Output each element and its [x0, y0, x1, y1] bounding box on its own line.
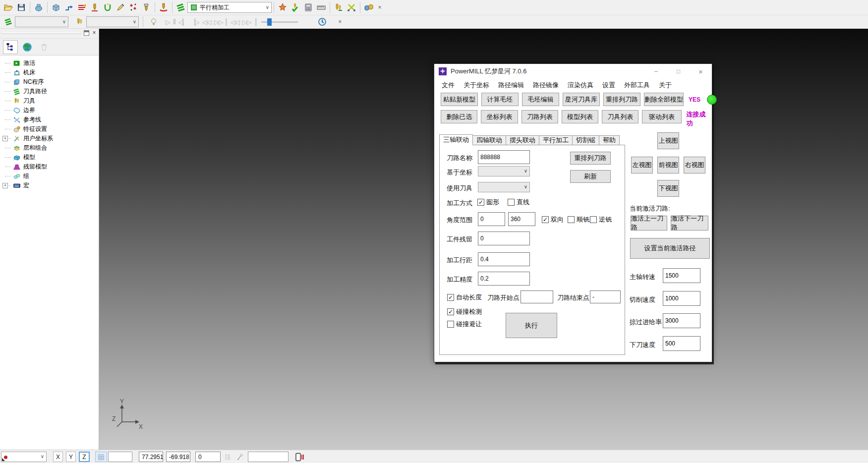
activate-next-button[interactable]: 激活下一刀路: [671, 216, 708, 231]
toolpath-name-input[interactable]: [478, 150, 530, 164]
tree-item-patterns[interactable]: 参考线: [0, 115, 99, 124]
view-front-button[interactable]: 前视图: [657, 157, 679, 174]
go-to-end-button[interactable]: [241, 16, 257, 28]
view-top-button[interactable]: 上视图: [657, 132, 679, 149]
tool-combo[interactable]: [478, 182, 530, 192]
block-edit-button[interactable]: 毛坯编辑: [522, 93, 559, 106]
collision-check-button[interactable]: [127, 1, 140, 13]
minimize-button[interactable]: [645, 64, 667, 79]
collision-check-checkbox[interactable]: 碰撞检测: [447, 307, 482, 316]
spindle-speed-input[interactable]: [663, 268, 700, 283]
tolerance-input[interactable]: [478, 272, 530, 286]
tab-help[interactable]: 帮助: [599, 135, 620, 145]
compute-block-button[interactable]: 计算毛坯: [481, 93, 519, 106]
slider-handle[interactable]: [267, 18, 272, 26]
rapid-heights-button[interactable]: [75, 1, 88, 13]
tree-item-machine[interactable]: 机床: [0, 68, 99, 77]
angle-end-input[interactable]: [508, 212, 535, 226]
menu-external-tools[interactable]: 外部工具: [620, 81, 654, 90]
menu-settings[interactable]: 设置: [598, 81, 620, 90]
menu-about-coords[interactable]: 关于坐标: [459, 81, 494, 90]
auto-length-checkbox[interactable]: 自动长度: [447, 293, 482, 302]
tab-3axis[interactable]: 三轴联动: [439, 134, 473, 145]
expand-icon[interactable]: [2, 183, 8, 188]
rewind-button[interactable]: [201, 16, 213, 28]
pause-button[interactable]: [172, 16, 177, 28]
axis-x-button[interactable]: X: [53, 452, 63, 462]
tree-item-groups[interactable]: 组: [0, 172, 99, 181]
axis-z-button[interactable]: Z: [79, 452, 90, 462]
tree-item-feature-sets[interactable]: 特征设置: [0, 124, 99, 134]
grip-handle[interactable]: [1, 32, 81, 34]
coord-list-button[interactable]: 坐标列表: [481, 110, 518, 123]
start-point-button[interactable]: [88, 1, 101, 13]
explorer-grip[interactable]: [0, 29, 99, 39]
set-active-path-button[interactable]: 设置当前激活路径: [630, 238, 710, 259]
probe-icon[interactable]: [235, 452, 245, 462]
expand-icon[interactable]: [2, 136, 8, 141]
ruler-button[interactable]: [315, 1, 328, 13]
tool-list-button[interactable]: 刀具列表: [602, 110, 638, 123]
device-connect-icon[interactable]: [293, 452, 305, 462]
panel-close-icon[interactable]: [91, 30, 97, 36]
sim-toolbar-close-button[interactable]: [336, 17, 345, 26]
reorder-toolpaths-button[interactable]: 重排列刀路: [603, 93, 640, 106]
tab-parallel[interactable]: 平行加工: [539, 135, 573, 145]
clock-button[interactable]: [316, 16, 329, 28]
axis-y-button[interactable]: Y: [66, 452, 76, 462]
menu-about[interactable]: 关于: [654, 81, 676, 90]
tree-item-activate[interactable]: 激活: [0, 58, 99, 68]
step-back-button[interactable]: [177, 16, 189, 28]
bidirectional-checkbox[interactable]: 双向: [542, 215, 564, 224]
tab-4axis[interactable]: 四轴联动: [473, 135, 506, 145]
model-list-button[interactable]: 模型列表: [562, 110, 598, 123]
feedrate-button[interactable]: [62, 1, 75, 13]
position-input[interactable]: [248, 452, 289, 462]
compute-button[interactable]: [276, 1, 289, 13]
refresh-button[interactable]: 刷新: [570, 170, 611, 183]
speed-slider[interactable]: [261, 21, 298, 23]
checkbox-icon[interactable]: [447, 308, 454, 315]
checkbox-icon[interactable]: [568, 216, 575, 223]
checkbox-icon[interactable]: [447, 321, 454, 328]
toolpath-list-button[interactable]: 刀路列表: [521, 110, 558, 123]
tree-item-macros[interactable]: 宏: [0, 181, 99, 190]
conventional-checkbox[interactable]: 逆铣: [590, 215, 612, 224]
block-pair-button[interactable]: [362, 1, 375, 13]
tree-item-toolpaths[interactable]: 刀具路径: [0, 87, 99, 96]
checkbox-icon[interactable]: [590, 216, 597, 223]
end-point-input[interactable]: [590, 290, 621, 303]
tool-pair-button[interactable]: [332, 1, 345, 13]
view-right-button[interactable]: 右视图: [684, 157, 705, 174]
go-to-start-button[interactable]: [225, 16, 241, 28]
render-button[interactable]: [32, 1, 45, 13]
tab-saw[interactable]: 切割锯: [573, 135, 599, 145]
menu-path-mirror[interactable]: 路径镜像: [528, 81, 563, 90]
xyz-list-icon[interactable]: [224, 452, 232, 462]
close-button[interactable]: [690, 64, 712, 79]
open-file-button[interactable]: [2, 1, 15, 13]
angle-start-input[interactable]: [478, 212, 505, 226]
sim-toolpath-combo[interactable]: [15, 16, 68, 27]
coord-combo[interactable]: [478, 166, 530, 176]
tree-item-stock-models[interactable]: 残留模型: [0, 162, 99, 172]
view-bottom-button[interactable]: 下视图: [657, 180, 679, 197]
checkbox-icon[interactable]: [447, 294, 454, 301]
menu-render-sim[interactable]: 渲染仿真: [563, 81, 598, 90]
toolbar-close-button[interactable]: [375, 3, 384, 12]
play-button[interactable]: [164, 16, 172, 28]
grid-toggle-button[interactable]: [95, 452, 107, 462]
block-button[interactable]: [50, 1, 62, 13]
tool-holder-button[interactable]: [140, 1, 153, 13]
tree-item-workplanes[interactable]: 用户坐标系: [0, 134, 99, 143]
menu-file[interactable]: 文件: [437, 81, 459, 90]
globe-view-tab[interactable]: [20, 40, 35, 54]
entity-toggle-button[interactable]: [147, 16, 160, 28]
sim-tool-combo[interactable]: [86, 16, 139, 27]
plunge-feed-input[interactable]: [663, 336, 700, 351]
fast-forward-button[interactable]: [213, 16, 225, 28]
line-checkbox[interactable]: 直线: [508, 198, 529, 207]
climb-checkbox[interactable]: 顺铣: [568, 215, 589, 224]
tree-item-models[interactable]: 模型: [0, 153, 99, 162]
dialog-titlebar[interactable]: PowerMILL 忆梦星河 7.0.6: [434, 64, 712, 79]
